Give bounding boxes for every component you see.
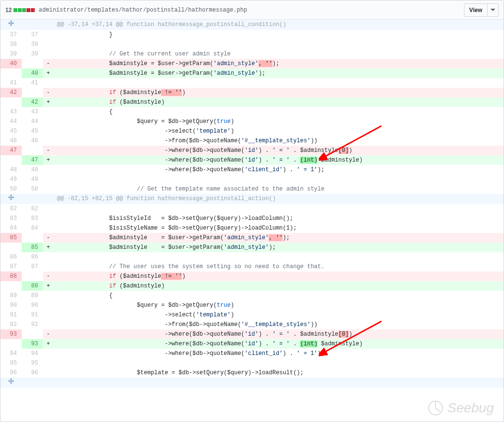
block-del <box>27 8 30 12</box>
file-path[interactable]: administrator/templates/hathor/postinsta… <box>39 7 464 14</box>
hunk-header[interactable]: @@ -82,15 +82,15 @@ function hathormessa… <box>0 194 504 204</box>
deleted-line: 40- $adminstyle = $user->getParam('admin… <box>0 59 504 68</box>
hunk-expand[interactable] <box>0 378 504 388</box>
chevron-down-icon <box>490 9 495 12</box>
added-line: 40+ $adminstyle = $user->getParam('admin… <box>0 68 504 78</box>
code-line: 4444 $query = $db->getQuery(true) <box>0 117 504 126</box>
diff-count: 12 <box>5 7 12 14</box>
deleted-line: 85- $adminstyle = $user->getParam('admin… <box>0 233 504 243</box>
btn-group: View <box>464 3 499 17</box>
added-line: 42+ if ($adminstyle) <box>0 97 504 107</box>
diff-table: @@ -37,14 +37,14 @@ function hathormessa… <box>0 20 504 388</box>
code-line: 3737 } <box>0 30 504 40</box>
seebug-icon <box>427 399 444 417</box>
view-button[interactable]: View <box>464 3 487 17</box>
diffstat[interactable]: 12 <box>5 7 35 14</box>
code-line: 9494 ->where($db->quoteName('client_id')… <box>0 349 504 358</box>
code-line: 3939 // Get the current user admin style <box>0 49 504 59</box>
code-line: 8989 { <box>0 291 504 300</box>
added-line: 47+ ->where($db->quoteName('id') . ' = '… <box>0 155 504 165</box>
code-line: 4949 <box>0 175 504 184</box>
deleted-line: 42- if ($adminstyle != '') <box>0 88 504 97</box>
watermark-text: Seebug <box>447 400 494 416</box>
diff-blocks <box>14 8 35 12</box>
code-line: 8383 $isisStyleId = $db->setQuery($query… <box>0 214 504 223</box>
block-del <box>31 8 35 12</box>
deleted-line: 93- ->where($db->quoteName('id') . ' = '… <box>0 329 504 339</box>
block-add <box>18 8 22 12</box>
watermark: Seebug <box>427 399 494 417</box>
code-line: 8282 <box>0 204 504 214</box>
expand-icon <box>8 194 14 201</box>
code-line: 8787 // The user uses the system setting… <box>0 262 504 272</box>
deleted-line: 47- ->where($db->quoteName('id') . ' = '… <box>0 146 504 155</box>
hunk-header[interactable]: @@ -37,14 +37,14 @@ function hathormessa… <box>0 20 504 30</box>
added-line: 88+ if ($adminstyle) <box>0 281 504 291</box>
expand-icon <box>8 20 14 27</box>
hunk-text: @@ -82,15 +82,15 @@ function hathormessa… <box>54 194 504 204</box>
file-header: 12 administrator/templates/hathor/postin… <box>0 0 504 20</box>
code-line: 8484 $isisStyleName = $db->setQuery($que… <box>0 223 504 233</box>
code-line: 4646 ->from($db->quoteName('#__template_… <box>0 136 504 146</box>
code-line: 4343 { <box>0 107 504 117</box>
added-line: 93+ ->where($db->quoteName('id') . ' = '… <box>0 339 504 349</box>
block-add <box>14 8 17 12</box>
code-line: 5050 // Get the template name associated… <box>0 184 504 194</box>
code-line: 9292 ->from($db->quoteName('#__template_… <box>0 320 504 329</box>
hunk-text: @@ -37,14 +37,14 @@ function hathormessa… <box>54 20 504 30</box>
code-line: 8686 <box>0 252 504 262</box>
code-line: 3838 <box>0 40 504 49</box>
added-line: 85+ $adminstyle = $user->getParam('admin… <box>0 243 504 252</box>
code-line: 9090 $query = $db->getQuery(true) <box>0 300 504 310</box>
code-line: 4141 <box>0 78 504 88</box>
code-line: 9191 ->select('template') <box>0 310 504 320</box>
block-add <box>22 8 26 12</box>
code-line: 9696 $template = $db->setQuery($query)->… <box>0 368 504 378</box>
code-line: 4848 ->where($db->quoteName('client_id')… <box>0 165 504 175</box>
code-line: 4545 ->select('template') <box>0 126 504 136</box>
deleted-line: 88- if ($adminstyle != '') <box>0 272 504 281</box>
expand-icon <box>8 378 14 384</box>
code-line: 9595 <box>0 358 504 368</box>
diff-view: 12 administrator/templates/hathor/postin… <box>0 0 504 422</box>
more-button[interactable] <box>487 3 499 17</box>
